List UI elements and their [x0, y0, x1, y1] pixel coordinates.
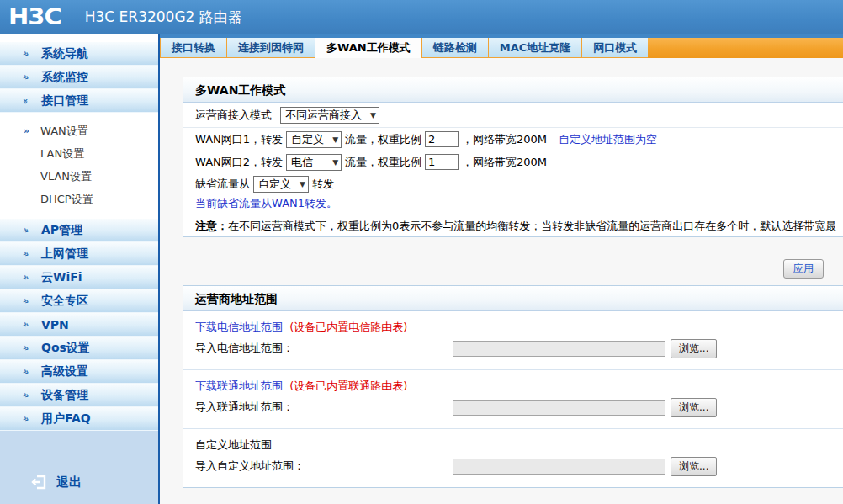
telecom-file-input[interactable]	[453, 341, 665, 357]
chevron-right-icon: »	[13, 338, 37, 358]
sidebar-item-cloud-wifi[interactable]: » 云WiFi	[0, 266, 158, 289]
apply-row: 应用	[183, 259, 824, 279]
sidebar-item-label: 高级设置	[36, 364, 88, 379]
sidebar-item-vpn[interactable]: » VPN	[0, 313, 158, 337]
default-route-value: 自定义	[258, 177, 291, 192]
apply-button[interactable]: 应用	[783, 259, 824, 279]
content-area: 接口转换 连接到因特网 多WAN工作模式 链路检测 MAC地址克隆 网口模式 多…	[158, 34, 843, 504]
telecom-browse-button[interactable]: 浏览...	[671, 339, 717, 358]
current-status-text: 当前缺省流量从WAN1转发。	[195, 196, 337, 211]
notice-label: 注意：	[195, 219, 228, 234]
sidebar-item-label: AP管理	[36, 223, 82, 238]
telecom-builtin-note: (设备已内置电信路由表)	[289, 321, 407, 333]
custom-import-row: 导入自定义地址范围： 浏览...	[183, 454, 843, 478]
telecom-link-row: 下载电信地址范围 (设备已内置电信路由表)	[183, 317, 843, 337]
chevron-right-icon: »	[13, 409, 37, 428]
wan2-isp-select[interactable]: 电信 ▼	[286, 154, 342, 171]
wan1-custom-range-link[interactable]: 自定义地址范围为空	[559, 132, 657, 147]
isp-range-panel: 运营商地址范围 下载电信地址范围 (设备已内置电信路由表) 导入电信地址范围： …	[183, 285, 843, 488]
h3c-logo: H3C	[8, 3, 61, 29]
sidebar-item-device-mgmt[interactable]: » 设备管理	[0, 384, 158, 407]
submenu-item-label: DHCP设置	[40, 193, 93, 205]
chevron-right-icon: »	[13, 244, 37, 263]
wan1-weight-input[interactable]	[425, 131, 459, 147]
main-layout: » 系统导航 » 系统监控 » 接口管理 » WAN设置 LAN设置 VLAN设…	[0, 34, 843, 504]
sidebar-item-system-monitor[interactable]: » 系统监控	[0, 66, 158, 89]
custom-range-row: 自定义地址范围	[183, 435, 843, 454]
telecom-group: 下载电信地址范围 (设备已内置电信路由表) 导入电信地址范围： 浏览...	[183, 311, 843, 370]
unicom-group: 下载联通地址范围 (设备已内置联通路由表) 导入联通地址范围： 浏览...	[183, 370, 843, 429]
custom-range-heading: 自定义地址范围	[195, 438, 272, 451]
custom-import-label: 导入自定义地址范围：	[195, 459, 453, 474]
sidebar-item-security[interactable]: » 安全专区	[0, 289, 158, 313]
sidebar-item-ap-mgmt[interactable]: » AP管理	[0, 219, 158, 242]
wan1-isp-select[interactable]: 自定义 ▼	[286, 131, 342, 148]
sidebar-item-label: 系统监控	[36, 70, 88, 85]
custom-file-input[interactable]	[453, 459, 665, 475]
wan2-weight-input[interactable]	[425, 154, 459, 170]
sidebar-filler	[0, 431, 158, 474]
telecom-import-row: 导入电信地址范围： 浏览...	[183, 337, 843, 360]
logout-icon	[30, 474, 47, 491]
sidebar-item-qos[interactable]: » Qos设置	[0, 337, 158, 360]
submenu-item-label: VLAN设置	[40, 170, 92, 183]
sidebar-item-label: 安全专区	[36, 294, 88, 309]
unicom-file-input[interactable]	[453, 400, 665, 416]
unicom-browse-button[interactable]: 浏览...	[671, 398, 717, 417]
wan1-row: WAN网口1，转发 自定义 ▼ 流量，权重比例 ，网络带宽200M 自定义地址范…	[183, 128, 843, 151]
interface-submenu: » WAN设置 LAN设置 VLAN设置 DHCP设置	[0, 113, 158, 219]
custom-group: 自定义地址范围 导入自定义地址范围： 浏览...	[183, 429, 843, 487]
unicom-link-row: 下载联通地址范围 (设备已内置联通路由表)	[183, 376, 843, 395]
wan1-prefix: WAN网口1，转发	[195, 132, 283, 147]
sidebar-item-user-faq[interactable]: » 用户FAQ	[0, 407, 158, 431]
sidebar-item-internet-mgmt[interactable]: » 上网管理	[0, 242, 158, 266]
chevron-down-icon: ▼	[332, 158, 338, 167]
sidebar-item-label: 设备管理	[36, 388, 88, 403]
isp-mode-select[interactable]: 不同运营商接入 ▼	[280, 107, 379, 124]
notice-text: 在不同运营商模式下，权重比例为0表示不参与流量的均衡转发；当转发非缺省流量的运营…	[228, 219, 836, 234]
sidebar-item-system-nav[interactable]: » 系统导航	[0, 42, 158, 66]
chevron-down-icon: »	[20, 90, 31, 112]
tab-connect-internet[interactable]: 连接到因特网	[226, 38, 315, 58]
chevron-right-icon: »	[13, 291, 37, 310]
multiwan-panel: 多WAN工作模式 运营商接入模式 不同运营商接入 ▼ WAN网口1，转发 自定义…	[183, 77, 843, 237]
submenu-item-wan[interactable]: » WAN设置	[0, 119, 158, 142]
tab-mac-clone[interactable]: MAC地址克隆	[488, 38, 582, 58]
default-route-select[interactable]: 自定义 ▼	[253, 176, 309, 193]
submenu-item-lan[interactable]: LAN设置	[0, 142, 158, 165]
tab-multi-wan-mode[interactable]: 多WAN工作模式	[315, 38, 422, 58]
chevron-right-icon: »	[13, 362, 37, 381]
isp-mode-row: 运营商接入模式 不同运营商接入 ▼	[183, 103, 843, 128]
tab-bar: 接口转换 连接到因特网 多WAN工作模式 链路检测 MAC地址克隆 网口模式	[160, 34, 843, 58]
telecom-import-label: 导入电信地址范围：	[195, 341, 453, 356]
submenu-item-label: WAN设置	[40, 125, 88, 137]
wan2-prefix: WAN网口2，转发	[195, 155, 283, 170]
sidebar-item-label: VPN	[36, 318, 69, 332]
tab-link-detect[interactable]: 链路检测	[422, 38, 488, 58]
sidebar-item-label: Qos设置	[36, 341, 90, 356]
current-status-row: 当前缺省流量从WAN1转发。	[183, 195, 843, 212]
tab-port-mode[interactable]: 网口模式	[581, 38, 648, 58]
notice-row: 注意： 在不同运营商模式下，权重比例为0表示不参与流量的均衡转发；当转发非缺省流…	[183, 215, 843, 236]
chevron-right-icon: »	[13, 67, 37, 87]
wan2-mid: 流量，权重比例	[345, 155, 422, 170]
custom-browse-button[interactable]: 浏览...	[671, 457, 717, 476]
app-header: H3C H3C ER3200G2 路由器	[0, 0, 843, 34]
logout-button[interactable]: 退出	[0, 474, 158, 504]
sidebar-item-advanced[interactable]: » 高级设置	[0, 360, 158, 384]
sidebar-item-interface-mgmt[interactable]: » 接口管理	[0, 89, 158, 113]
multiwan-panel-title: 多WAN工作模式	[183, 77, 843, 103]
download-telecom-link[interactable]: 下载电信地址范围	[195, 321, 283, 333]
tab-interface-switch[interactable]: 接口转换	[160, 38, 226, 58]
sidebar-item-label: 用户FAQ	[36, 411, 91, 427]
submenu-item-vlan[interactable]: VLAN设置	[0, 165, 158, 188]
sidebar: » 系统导航 » 系统监控 » 接口管理 » WAN设置 LAN设置 VLAN设…	[0, 34, 158, 504]
isp-mode-label: 运营商接入模式	[195, 108, 272, 123]
isp-mode-value: 不同运营商接入	[285, 108, 362, 123]
sidebar-item-label: 上网管理	[36, 247, 88, 262]
tab-bar-filler	[648, 38, 843, 58]
download-unicom-link[interactable]: 下载联通地址范围	[195, 379, 283, 392]
unicom-import-label: 导入联通地址范围：	[195, 400, 453, 415]
chevron-right-icon: »	[13, 385, 37, 405]
submenu-item-dhcp[interactable]: DHCP设置	[0, 188, 158, 210]
